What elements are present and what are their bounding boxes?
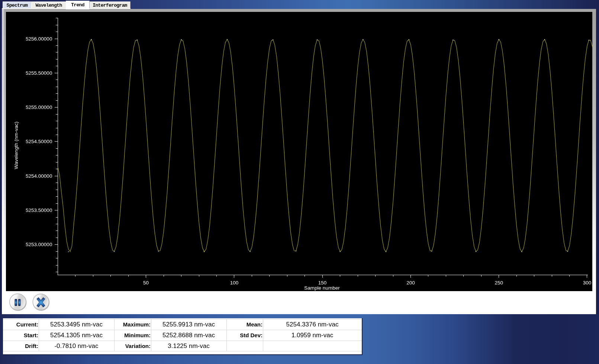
svg-text:5253.00000: 5253.00000 [26,242,52,247]
svg-text:300: 300 [583,280,592,286]
svg-text:150: 150 [318,280,327,286]
svg-text:5255.50000: 5255.50000 [26,70,52,76]
svg-text:250: 250 [495,280,503,286]
svg-text:5254.00000: 5254.00000 [26,173,52,179]
svg-text:5255.00000: 5255.00000 [26,104,52,110]
svg-text:5253.50000: 5253.50000 [26,207,52,213]
svg-text:50: 50 [143,280,149,286]
svg-text:Sample number: Sample number [304,285,340,291]
svg-text:100: 100 [230,280,239,286]
svg-text:5256.00000: 5256.00000 [26,36,52,42]
svg-text:Wavelength (nm-vac): Wavelength (nm-vac) [13,122,19,169]
svg-text:200: 200 [406,280,415,286]
svg-text:5254.50000: 5254.50000 [26,139,52,144]
